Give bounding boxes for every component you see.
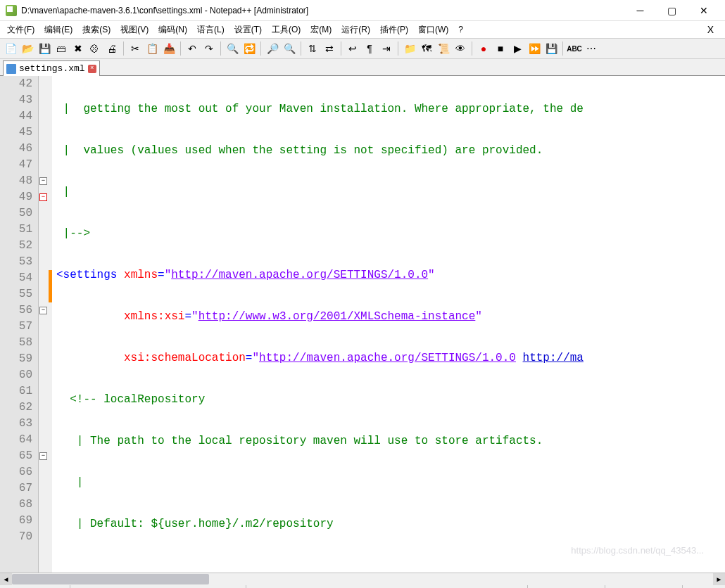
watermark: https://blog.csdn.net/qq_43543... [571, 545, 704, 556]
menu-bar: 文件(F) 编辑(E) 搜索(S) 视图(V) 编码(N) 语言(L) 设置(T… [0, 21, 725, 38]
new-icon[interactable]: 📄 [3, 41, 18, 56]
menu-language[interactable]: 语言(L) [193, 23, 229, 37]
code-content[interactable]: | getting the most out of your Maven ins… [52, 76, 725, 573]
app-icon [6, 5, 17, 16]
record-icon[interactable]: ● [476, 41, 491, 56]
fold-minus-icon[interactable]: − [39, 307, 47, 314]
status-length: length : 9,902 lines : 255 [70, 585, 246, 588]
status-language[interactable]: eXtensible Mar [0, 585, 70, 588]
stop-icon[interactable]: ■ [493, 41, 508, 56]
copy-icon[interactable]: 📋 [144, 41, 160, 56]
print-icon[interactable]: 🖨 [104, 41, 120, 56]
window-buttons: ─ ▢ ✕ [624, 1, 719, 20]
menu-run[interactable]: 运行(R) [337, 23, 374, 37]
maximize-button[interactable]: ▢ [656, 1, 688, 20]
editor-area[interactable]: 4243444546474849505152535455565758596061… [0, 76, 725, 573]
menu-window[interactable]: 窗口(W) [414, 23, 453, 37]
minimize-button[interactable]: ─ [624, 1, 656, 20]
replace-icon[interactable]: 🔁 [241, 41, 257, 56]
window-title: D:\maven\apache-maven-3.6.1\conf\setting… [21, 6, 624, 15]
close-file-icon[interactable]: ✖ [70, 41, 86, 56]
doc-map-icon[interactable]: 🗺 [419, 41, 434, 56]
menu-search[interactable]: 搜索(S) [78, 23, 115, 37]
spell-icon[interactable]: ABC [567, 41, 582, 56]
play-multi-icon[interactable]: ⏩ [527, 41, 542, 56]
scroll-right-icon[interactable]: ► [713, 573, 725, 585]
save-macro-icon[interactable]: 💾 [543, 41, 559, 56]
scroll-thumb[interactable] [12, 574, 209, 584]
menu-edit[interactable]: 编辑(E) [40, 23, 77, 37]
menu-view[interactable]: 视图(V) [116, 23, 153, 37]
redo-icon[interactable]: ↷ [201, 41, 217, 56]
folder-icon[interactable]: 📁 [402, 41, 417, 56]
toolbar: 📄 📂 💾 🗃 ✖ ⛒ 🖨 ✂ 📋 📥 ↶ ↷ 🔍 🔁 🔎 🔍 ⇅ ⇄ ↩ ¶ … [0, 38, 725, 59]
menu-settings[interactable]: 设置(T) [230, 23, 266, 37]
allchars-icon[interactable]: ¶ [362, 41, 377, 56]
monitor-icon[interactable]: 👁 [453, 41, 468, 56]
sync-v-icon[interactable]: ⇅ [305, 41, 320, 56]
save-icon[interactable]: 💾 [37, 41, 52, 56]
cut-icon[interactable]: ✂ [127, 41, 143, 56]
zoom-out-icon[interactable]: 🔍 [282, 41, 297, 56]
open-icon[interactable]: 📂 [20, 41, 35, 56]
sync-h-icon[interactable]: ⇄ [322, 41, 337, 56]
tab-close-icon[interactable]: × [88, 65, 96, 73]
fold-margin[interactable]: − − − − [39, 76, 49, 573]
func-list-icon[interactable]: 📜 [436, 41, 451, 56]
save-all-icon[interactable]: 🗃 [53, 41, 69, 56]
tab-label: settings.xml [19, 63, 85, 74]
extra-icon[interactable]: ⋯ [584, 41, 599, 56]
menu-tools[interactable]: 工具(O) [267, 23, 305, 37]
status-position: Ln : 54 Col : 6 Sel : 0 | 0 [246, 585, 528, 588]
zoom-in-icon[interactable]: 🔎 [265, 41, 280, 56]
tab-bar: settings.xml × [0, 59, 725, 76]
change-margin [49, 76, 52, 573]
menu-encoding[interactable]: 编码(N) [154, 23, 191, 37]
menu-plugins[interactable]: 插件(P) [376, 23, 412, 37]
menu-macro[interactable]: 宏(M) [306, 23, 336, 37]
title-bar: D:\maven\apache-maven-3.6.1\conf\setting… [0, 0, 725, 21]
close-button[interactable]: ✕ [688, 1, 719, 20]
wordwrap-icon[interactable]: ↩ [345, 41, 360, 56]
horizontal-scrollbar[interactable]: ◄ ► [0, 573, 725, 584]
undo-icon[interactable]: ↶ [184, 41, 200, 56]
menu-file[interactable]: 文件(F) [3, 23, 39, 37]
file-icon [6, 64, 16, 74]
fold-minus-icon[interactable]: − [39, 452, 47, 460]
scroll-track[interactable] [12, 573, 713, 585]
line-number-gutter: 4243444546474849505152535455565758596061… [0, 76, 39, 573]
fold-minus-icon[interactable]: − [39, 177, 47, 185]
change-marker [49, 270, 52, 302]
status-eol[interactable]: Unix (LF) [528, 585, 605, 588]
scroll-left-icon[interactable]: ◄ [0, 573, 12, 585]
close-all-icon[interactable]: ⛒ [87, 41, 103, 56]
status-insert[interactable]: INS [683, 585, 725, 588]
tab-settings-xml[interactable]: settings.xml × [3, 60, 100, 76]
fold-minus-icon[interactable]: − [39, 193, 47, 201]
find-icon[interactable]: 🔍 [225, 41, 240, 56]
status-encoding[interactable]: UTF-8 [605, 585, 683, 588]
indent-icon[interactable]: ⇥ [379, 41, 394, 56]
menu-help[interactable]: ? [454, 23, 467, 36]
status-bar: eXtensible Mar length : 9,902 lines : 25… [0, 584, 725, 588]
paste-icon[interactable]: 📥 [161, 41, 177, 56]
play-icon[interactable]: ▶ [510, 41, 525, 56]
menu-overflow[interactable]: X [707, 24, 722, 35]
